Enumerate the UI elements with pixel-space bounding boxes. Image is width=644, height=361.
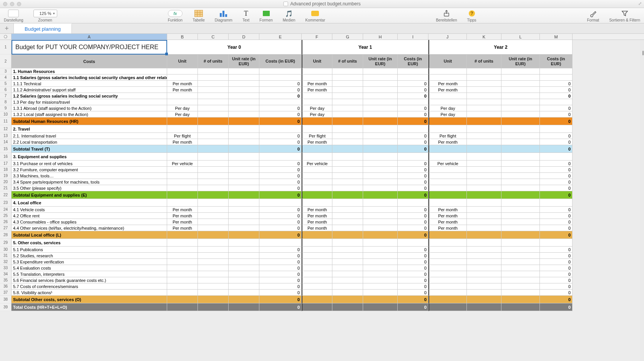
cell[interactable]: [167, 93, 198, 99]
cell[interactable]: [501, 296, 540, 303]
cell[interactable]: [363, 199, 398, 207]
cell[interactable]: 0: [259, 93, 302, 99]
cell[interactable]: [501, 68, 540, 75]
cell[interactable]: [467, 167, 501, 173]
cell[interactable]: [501, 87, 540, 93]
cell[interactable]: 1.3.1 Abroad (staff assigned to the Acti…: [12, 105, 167, 111]
cell[interactable]: [363, 125, 398, 133]
cell[interactable]: [229, 93, 259, 99]
cell[interactable]: 0: [259, 81, 302, 87]
cell[interactable]: [229, 199, 259, 207]
cell[interactable]: [428, 145, 467, 153]
cell[interactable]: [198, 111, 229, 118]
cell[interactable]: [363, 173, 398, 179]
column-header-M[interactable]: M: [540, 34, 573, 40]
column-header-D[interactable]: D: [229, 34, 259, 40]
text-button[interactable]: T Text: [242, 9, 249, 22]
cell[interactable]: 0: [398, 219, 428, 225]
cell[interactable]: 0: [540, 87, 573, 93]
cell[interactable]: 4.2 Office rent: [12, 213, 167, 219]
cell[interactable]: Per month: [302, 207, 332, 213]
cell[interactable]: 0: [259, 247, 302, 253]
cell[interactable]: Per month: [428, 207, 467, 213]
cell[interactable]: 0: [540, 296, 573, 303]
cell[interactable]: [428, 125, 467, 133]
minimize-window-icon[interactable]: [10, 2, 14, 6]
cell[interactable]: 0: [540, 145, 573, 153]
cell[interactable]: [501, 185, 540, 191]
cell[interactable]: [501, 145, 540, 153]
cell[interactable]: [302, 145, 332, 153]
cell[interactable]: 0: [398, 145, 428, 153]
row-header[interactable]: 2: [0, 55, 12, 68]
cell[interactable]: Unit rate (in EUR): [363, 55, 398, 68]
cell[interactable]: [540, 239, 573, 247]
row-header[interactable]: 19: [0, 173, 12, 179]
cell[interactable]: [428, 93, 467, 99]
row-header[interactable]: 39: [0, 303, 12, 311]
cell[interactable]: [332, 179, 363, 185]
cell[interactable]: [229, 277, 259, 283]
cell[interactable]: [501, 283, 540, 290]
cell[interactable]: Per flight: [428, 133, 467, 139]
row-header[interactable]: 24: [0, 207, 12, 213]
cell[interactable]: [501, 265, 540, 271]
cell[interactable]: 0: [540, 167, 573, 173]
cell[interactable]: [428, 191, 467, 199]
cell[interactable]: [467, 179, 501, 185]
cell[interactable]: 0: [259, 179, 302, 185]
sort-filter-button[interactable]: Sortieren & Filtern: [609, 9, 640, 22]
cell[interactable]: [467, 173, 501, 179]
cell[interactable]: Costs (in EUR): [540, 55, 573, 68]
cell[interactable]: [540, 68, 573, 75]
cell[interactable]: [363, 271, 398, 277]
cell[interactable]: 0: [259, 303, 302, 311]
cell[interactable]: [332, 118, 363, 125]
cell[interactable]: [428, 179, 467, 185]
comment-button[interactable]: Kommentar: [305, 9, 325, 22]
column-header-K[interactable]: K: [467, 34, 501, 40]
cell[interactable]: [198, 225, 229, 231]
cell[interactable]: [198, 125, 229, 133]
cell[interactable]: [198, 161, 229, 167]
cell[interactable]: [467, 219, 501, 225]
row-header[interactable]: 15: [0, 145, 12, 153]
select-all-corner[interactable]: [0, 34, 12, 40]
cell[interactable]: 0: [398, 87, 428, 93]
cell[interactable]: [467, 225, 501, 231]
cell[interactable]: [167, 231, 198, 239]
cell[interactable]: [198, 283, 229, 290]
cell[interactable]: [467, 296, 501, 303]
cell[interactable]: [332, 133, 363, 139]
sheet-tab-active[interactable]: Budget planning: [14, 23, 72, 33]
cell[interactable]: [501, 99, 540, 105]
cell[interactable]: [198, 133, 229, 139]
cell[interactable]: [332, 199, 363, 207]
cell[interactable]: [467, 99, 501, 105]
media-button[interactable]: 🎵 Medien: [283, 9, 295, 22]
cell[interactable]: [198, 167, 229, 173]
row-header[interactable]: 8: [0, 99, 12, 105]
row-header[interactable]: 13: [0, 133, 12, 139]
cell[interactable]: [501, 153, 540, 161]
cell[interactable]: [501, 139, 540, 145]
cell[interactable]: [363, 259, 398, 265]
cell[interactable]: 0: [259, 253, 302, 259]
cell[interactable]: [167, 125, 198, 133]
cell[interactable]: Costs: [12, 55, 167, 68]
cell[interactable]: [198, 231, 229, 239]
cell[interactable]: 0: [259, 271, 302, 277]
cell[interactable]: [501, 303, 540, 311]
cell[interactable]: Costs (in EUR): [398, 55, 428, 68]
cell[interactable]: [302, 277, 332, 283]
cell[interactable]: [229, 253, 259, 259]
cell[interactable]: [198, 303, 229, 311]
cell[interactable]: Per day: [167, 105, 198, 111]
cell[interactable]: 0: [540, 259, 573, 265]
cell[interactable]: [198, 207, 229, 213]
cell[interactable]: 5.8. Visibility actions¹: [12, 290, 167, 296]
cell[interactable]: Per month: [428, 139, 467, 145]
cell[interactable]: Per month: [167, 219, 198, 225]
column-header-J[interactable]: J: [428, 34, 467, 40]
chart-button[interactable]: Diagramm: [215, 9, 232, 22]
